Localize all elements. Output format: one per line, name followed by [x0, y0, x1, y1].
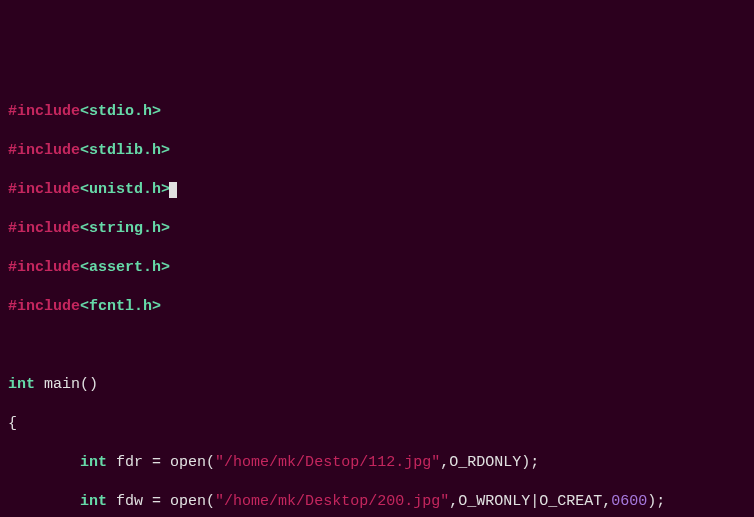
include-header: <fcntl.h> — [80, 298, 161, 315]
preproc-directive: #include — [8, 259, 80, 276]
preproc-directive: #include — [8, 103, 80, 120]
preproc-directive: #include — [8, 142, 80, 159]
include-header: <stdio.h> — [80, 103, 161, 120]
code-line: int main() — [8, 375, 746, 395]
string-literal: "/home/mk/Destop/112.jpg" — [215, 454, 440, 471]
constant: O_WRONLY|O_CREAT — [458, 493, 602, 510]
code-line: #include<fcntl.h> — [8, 297, 746, 317]
text-cursor — [169, 182, 177, 198]
code-line: #include<assert.h> — [8, 258, 746, 278]
code-line: { — [8, 414, 746, 434]
include-header: <unistd.h> — [80, 181, 170, 198]
brace-open: { — [8, 415, 17, 432]
type-keyword: int — [8, 376, 35, 393]
string-literal: "/home/mk/Desktop/200.jpg" — [215, 493, 449, 510]
code-line: #include<stdio.h> — [8, 102, 746, 122]
include-header: <stdlib.h> — [80, 142, 170, 159]
code-line: #include<unistd.h> — [8, 180, 746, 200]
number-literal: 0600 — [611, 493, 647, 510]
code-line: int fdr = open("/home/mk/Destop/112.jpg"… — [8, 453, 746, 473]
preproc-directive: #include — [8, 298, 80, 315]
code-line: #include<stdlib.h> — [8, 141, 746, 161]
code-line: #include<string.h> — [8, 219, 746, 239]
parens: () — [80, 376, 98, 393]
func-call: open — [170, 454, 206, 471]
type-keyword: int — [80, 493, 107, 510]
type-keyword: int — [80, 454, 107, 471]
func-name: main — [35, 376, 80, 393]
constant: O_RDONLY — [449, 454, 521, 471]
include-header: <string.h> — [80, 220, 170, 237]
include-header: <assert.h> — [80, 259, 170, 276]
code-line: int fdw = open("/home/mk/Desktop/200.jpg… — [8, 492, 746, 512]
func-call: open — [170, 493, 206, 510]
preproc-directive: #include — [8, 220, 80, 237]
preproc-directive: #include — [8, 181, 80, 198]
blank-line — [8, 336, 746, 356]
code-editor[interactable]: #include<stdio.h> #include<stdlib.h> #in… — [8, 82, 746, 517]
